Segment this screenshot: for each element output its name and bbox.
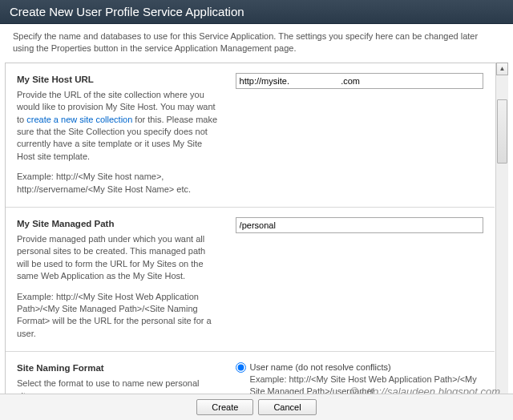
mysite-host-title: My Site Host URL [17,73,220,86]
managed-path-title: My Site Managed Path [17,217,220,230]
vertical-scrollbar[interactable]: ▲ ▼ [495,63,508,420]
managed-path-desc: Provide managed path under which you wan… [17,233,220,283]
cancel-button[interactable]: Cancel [258,399,316,415]
managed-path-input[interactable] [236,217,483,233]
scroll-thumb[interactable] [497,99,507,164]
create-button[interactable]: Create [196,399,253,415]
naming-option-1-label: User name (do not resolve conflicts) [250,362,391,372]
dialog-footer: Create Cancel [0,394,513,420]
create-site-collection-link[interactable]: create a new site collection [26,115,132,124]
section-managed-path: My Site Managed Path Provide managed pat… [6,207,495,351]
dialog-title-bar: Create New User Profile Service Applicat… [0,0,513,24]
site-naming-title: Site Naming Format [17,361,220,374]
scroll-track[interactable] [496,75,508,420]
form-panel: My Site Host URL Provide the URL of the … [5,63,508,420]
scroll-up-button[interactable]: ▲ [496,63,508,75]
mysite-host-desc: Provide the URL of the site collection w… [17,89,220,163]
naming-option-1-row[interactable]: User name (do not resolve conflicts) Exa… [236,361,483,398]
intro-text: Specify the name and databases to use fo… [0,24,513,63]
mysite-host-example: Example: http://<My Site host name>, htt… [17,171,220,196]
managed-path-example: Example: http://<My Site Host Web Applic… [17,291,220,341]
section-mysite-host: My Site Host URL Provide the URL of the … [6,63,495,207]
mysite-host-url-input[interactable] [236,73,483,89]
dialog-title: Create New User Profile Service Applicat… [10,5,244,18]
naming-radio-1[interactable] [236,362,246,373]
